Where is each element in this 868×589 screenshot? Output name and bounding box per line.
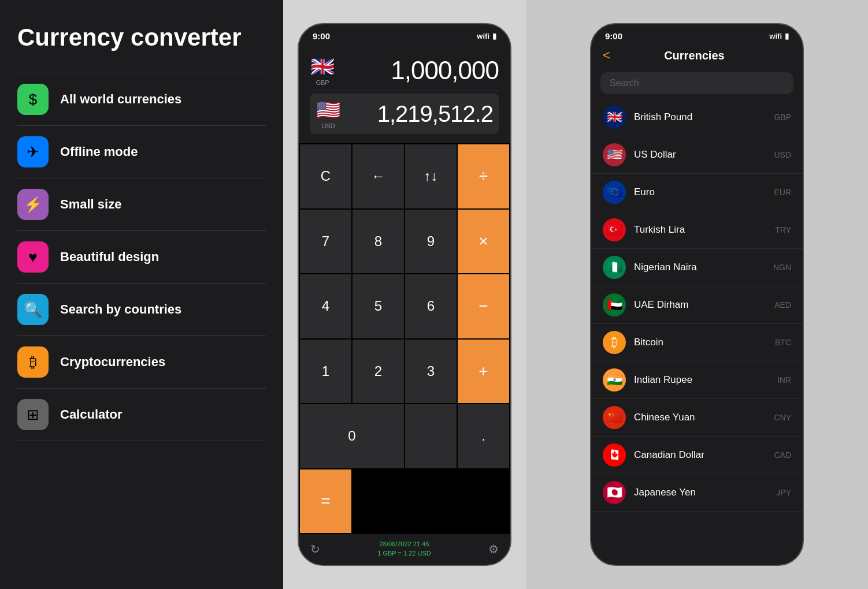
nav-title: Currencies — [664, 49, 725, 62]
flag-inr: 🇮🇳 — [603, 368, 626, 392]
feature-icon-small-size: ⚡ — [17, 189, 49, 220]
phone-bottom-bar: ↻ 28/06/2022 21:46 1 GBP = 1.22 USD ⚙ — [299, 534, 510, 565]
calc-btn-4[interactable]: 4 — [300, 274, 351, 338]
phone2-battery-icon: ▮ — [785, 32, 789, 40]
currency-list-item-cny[interactable]: 🇨🇳 Chinese Yuan CNY — [591, 399, 803, 437]
feature-label-all-currencies: All world currencies — [60, 92, 181, 107]
currencies-phone: 9:00 wifi ▮ < Currencies Search 🇬🇧 Briti… — [590, 23, 804, 566]
currency-code-ngn: NGN — [773, 263, 791, 272]
feature-item-offline-mode[interactable]: ✈ Offline mode — [17, 125, 266, 178]
calc-btn-0[interactable]: 0 — [300, 404, 404, 468]
currency-name-try: Turkish Lira — [634, 224, 775, 236]
currency-list-item-usd[interactable]: 🇺🇸 US Dollar USD — [591, 136, 803, 174]
search-input[interactable]: Search — [600, 72, 793, 94]
calc-btn-6[interactable]: 6 — [405, 274, 457, 338]
currency-code-jpy: JPY — [776, 488, 791, 497]
calc-btn-2[interactable]: 2 — [353, 340, 404, 404]
status-bar: 9:00 wifi ▮ — [299, 24, 510, 41]
currency-name-cad: Canadian Dollar — [634, 449, 774, 461]
currency-name-ngn: Nigerian Naira — [634, 262, 773, 273]
currency-list-item-jpy[interactable]: 🇯🇵 Japanese Yen JPY — [591, 474, 803, 512]
currency-name-usd: US Dollar — [634, 149, 774, 161]
feature-label-small-size: Small size — [60, 197, 121, 212]
calc-btn-↑↓[interactable]: ↑↓ — [405, 144, 457, 208]
settings-icon[interactable]: ⚙ — [488, 542, 499, 556]
feature-icon-all-currencies: $ — [17, 84, 49, 115]
calc-btn-.[interactable]: . — [458, 404, 509, 468]
currency-list-item-ngn[interactable]: 🇳🇬 Nigerian Naira NGN — [591, 249, 803, 286]
currency-list-item-cad[interactable]: 🇨🇦 Canadian Dollar CAD — [591, 437, 803, 474]
from-value: 1,000,000 — [391, 56, 499, 85]
right-panel: 9:00 wifi ▮ < Currencies Search 🇬🇧 Briti… — [526, 0, 868, 589]
calc-btn-C[interactable]: C — [300, 144, 351, 208]
feature-item-crypto[interactable]: ₿ Cryptocurrencies — [17, 335, 266, 388]
currency-name-btc: Bitcoin — [634, 337, 775, 348]
feature-label-offline-mode: Offline mode — [60, 144, 138, 159]
calc-btn-8[interactable]: 8 — [353, 210, 404, 274]
calc-btn-+[interactable]: + — [458, 340, 509, 404]
calc-btn-1[interactable]: 1 — [300, 340, 351, 404]
status-icons: wifi ▮ — [477, 32, 496, 40]
currency-code-cny: CNY — [774, 413, 791, 422]
from-currency-row[interactable]: 🇬🇧 GBP 1,000,000 — [310, 50, 499, 91]
flag-eur: 🇪🇺 — [603, 181, 626, 204]
feature-item-small-size[interactable]: ⚡ Small size — [17, 178, 266, 230]
feature-item-search-countries[interactable]: 🔍 Search by countries — [17, 283, 266, 335]
currency-name-cny: Chinese Yuan — [634, 412, 774, 423]
calc-btn-5[interactable]: 5 — [353, 274, 404, 338]
feature-icon-beautiful-design: ♥ — [17, 241, 49, 273]
currency-code-aed: AED — [774, 300, 791, 310]
rate-info: 28/06/2022 21:46 1 GBP = 1.22 USD — [377, 540, 431, 558]
calc-btn-=[interactable]: = — [300, 469, 351, 534]
from-currency-left: 🇬🇧 GBP — [310, 55, 335, 86]
left-feature-panel: Currency converter $ All world currencie… — [0, 0, 283, 589]
flag-aed: 🇦🇪 — [603, 293, 626, 316]
calc-btn-−[interactable]: − — [458, 274, 509, 338]
currency-name-eur: Euro — [634, 187, 774, 198]
calc-btn-3[interactable]: 3 — [405, 340, 457, 404]
currency-list-item-eur[interactable]: 🇪🇺 Euro EUR — [591, 174, 803, 211]
to-currency-row[interactable]: 🇺🇸 USD 1,219,512.2 — [310, 94, 499, 134]
feature-item-all-currencies[interactable]: $ All world currencies — [17, 73, 266, 125]
currency-list-item-aed[interactable]: 🇦🇪 UAE Dirham AED — [591, 286, 803, 324]
currencies-nav: < Currencies — [591, 41, 803, 70]
calc-btn-7[interactable]: 7 — [300, 210, 351, 274]
back-button[interactable]: < — [603, 48, 610, 63]
currency-name-gbp: British Pound — [634, 111, 774, 123]
currency-list: 🇬🇧 British Pound GBP 🇺🇸 US Dollar USD 🇪🇺… — [591, 99, 803, 565]
phone2-status-time: 9:00 — [605, 31, 622, 41]
feature-label-search-countries: Search by countries — [60, 302, 181, 317]
feature-item-calculator[interactable]: ⊞ Calculator — [17, 388, 266, 441]
calc-btn-÷[interactable]: ÷ — [458, 144, 509, 208]
rate-date: 28/06/2022 21:46 — [377, 540, 431, 549]
flag-cad: 🇨🇦 — [603, 443, 626, 467]
feature-icon-calculator: ⊞ — [17, 399, 49, 430]
calc-btn-dot[interactable] — [405, 404, 457, 468]
flag-jpy: 🇯🇵 — [603, 481, 626, 504]
phone2-status-icons: wifi ▮ — [769, 32, 789, 40]
feature-item-beautiful-design[interactable]: ♥ Beautiful design — [17, 230, 266, 283]
currency-code-cad: CAD — [774, 450, 791, 460]
flag-try: 🇹🇷 — [603, 218, 626, 241]
currency-list-item-btc[interactable]: ₿ Bitcoin BTC — [591, 324, 803, 361]
currency-list-item-try[interactable]: 🇹🇷 Turkish Lira TRY — [591, 211, 803, 249]
from-flag: 🇬🇧 — [310, 55, 335, 78]
to-value: 1,219,512.2 — [377, 101, 493, 127]
currency-list-item-gbp[interactable]: 🇬🇧 British Pound GBP — [591, 99, 803, 136]
currency-code-eur: EUR — [774, 188, 791, 197]
currency-code-gbp: GBP — [774, 113, 791, 122]
currency-code-btc: BTC — [775, 338, 791, 347]
calc-btn-×[interactable]: × — [458, 210, 509, 274]
currency-list-item-inr[interactable]: 🇮🇳 Indian Rupee INR — [591, 361, 803, 399]
from-code: GBP — [316, 79, 329, 86]
feature-icon-offline-mode: ✈ — [17, 136, 49, 167]
phone2-wifi-icon: wifi — [769, 32, 782, 40]
flag-ngn: 🇳🇬 — [603, 256, 626, 279]
refresh-icon[interactable]: ↻ — [310, 542, 320, 556]
feature-icon-crypto: ₿ — [17, 346, 49, 378]
app-title: Currency converter — [17, 23, 266, 52]
phone2-status-bar: 9:00 wifi ▮ — [591, 24, 803, 41]
calc-btn-←[interactable]: ← — [353, 144, 404, 208]
status-time: 9:00 — [313, 31, 330, 41]
calc-btn-9[interactable]: 9 — [405, 210, 457, 274]
